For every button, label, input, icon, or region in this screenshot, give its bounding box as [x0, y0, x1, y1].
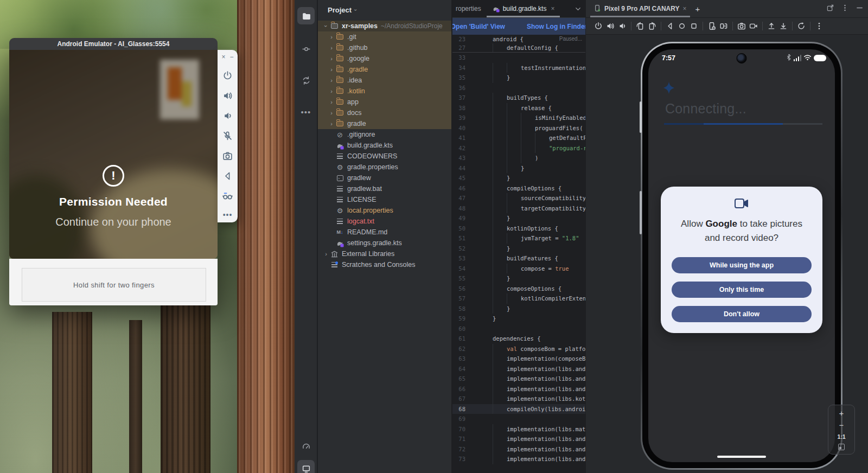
zoom-in-button[interactable]: +	[839, 409, 844, 417]
tree-item--kotlin[interactable]: ›.kotlin	[318, 86, 451, 97]
chevron-icon[interactable]: ›	[328, 44, 335, 51]
download-icon[interactable]	[777, 20, 789, 32]
kebab-menu-icon[interactable]	[841, 4, 849, 14]
restart-icon[interactable]	[795, 20, 807, 32]
add-device-tab-icon[interactable]: +	[695, 4, 700, 14]
editor-area[interactable]: roperties build.gradle.kts × Open 'Build…	[452, 0, 585, 473]
chevron-icon[interactable]: ›	[328, 77, 335, 84]
more-tool-windows-icon[interactable]: •••	[297, 103, 315, 120]
tree-item-scratches-and-consoles[interactable]: Scratches and Consoles	[318, 259, 451, 270]
tree-item-app[interactable]: ›app	[318, 97, 451, 107]
device-tab[interactable]: Pixel 9 Pro API CANARY ×	[590, 0, 690, 17]
phone-screen[interactable]: 7:57 Connecting...	[648, 49, 835, 462]
screenshot-icon[interactable]	[736, 20, 748, 32]
permission-question: Allow Google to take pictures and record…	[681, 217, 802, 245]
toolbar-separator	[792, 22, 793, 30]
tree-item-license[interactable]: LICENSE	[318, 194, 451, 205]
tree-item-docs[interactable]: ›docs	[318, 107, 451, 118]
tab-build-gradle-kts[interactable]: build.gradle.kts ×	[487, 0, 560, 17]
volume-down-icon[interactable]	[616, 20, 628, 32]
screen-record-icon[interactable]	[748, 20, 760, 32]
tree-item-local-properties[interactable]: ⚙local.properties	[318, 205, 451, 216]
permission-button-don-t-allow[interactable]: Don't allow	[672, 306, 812, 322]
project-panel-header[interactable]: Project ›	[318, 0, 451, 20]
chevron-icon[interactable]: ›	[328, 110, 335, 116]
hide-panel-icon[interactable]	[856, 4, 864, 14]
rotate-right-icon[interactable]	[646, 20, 658, 32]
tree-item--idea[interactable]: ›.idea	[318, 75, 451, 86]
tree-item-gradlew-bat[interactable]: gradlew.bat	[318, 183, 451, 194]
tab-list-chevron-icon[interactable]	[574, 5, 582, 15]
project-folder-icon[interactable]	[297, 7, 315, 24]
tree-item-xr-samples[interactable]: ›xr-samples~/AndroidStudioProje	[318, 21, 451, 31]
fold-icon[interactable]	[718, 20, 730, 32]
tree-item--gitignore[interactable]: ⊘.gitignore	[318, 129, 451, 140]
progress-bar	[664, 123, 822, 125]
tree-item--google[interactable]: ›.google	[318, 53, 451, 64]
chevron-icon[interactable]: ›	[322, 251, 330, 257]
permission-button-only-this-time[interactable]: Only this time	[672, 282, 812, 298]
chevron-icon[interactable]: ›	[328, 99, 335, 105]
mic-off-icon[interactable]	[222, 130, 233, 141]
tab-gradle-properties[interactable]: roperties	[452, 0, 487, 17]
close-tab-icon[interactable]: ×	[551, 5, 554, 12]
tree-item-label: gradle.properties	[347, 163, 398, 171]
rotate-left-icon[interactable]	[634, 20, 646, 32]
tree-item--git[interactable]: ›.git	[318, 31, 451, 42]
permission-needed-title: Permission Needed	[59, 195, 168, 208]
tree-item-external-libraries[interactable]: ›External Libraries	[318, 248, 451, 259]
back-icon[interactable]	[222, 170, 233, 181]
line-number: 27	[452, 43, 465, 52]
open-in-window-icon[interactable]	[826, 4, 834, 14]
version-control-icon[interactable]	[297, 72, 315, 89]
show-log-link[interactable]: Show Log in Finder	[527, 23, 585, 30]
device-settings-icon[interactable]	[706, 20, 718, 32]
emulator-screen[interactable]: ! Permission Needed Continue on your pho…	[9, 50, 218, 259]
tree-item--github[interactable]: ›.github	[318, 42, 451, 53]
chevron-icon[interactable]: ›	[323, 22, 329, 30]
tree-item-gradle-properties[interactable]: ⚙gradle.properties	[318, 162, 451, 172]
code-token: sourceCompatibility	[521, 193, 585, 203]
tree-item-build-gradle-kts[interactable]: build.gradle.kts	[318, 140, 451, 151]
chevron-icon[interactable]: ›	[328, 34, 335, 40]
tree-item-codeowners[interactable]: CODEOWNERS	[318, 151, 451, 162]
profiler-icon[interactable]	[297, 437, 315, 455]
home-indicator[interactable]	[717, 456, 766, 458]
chevron-icon[interactable]: ›	[328, 88, 335, 94]
tree-item-gradle[interactable]: ›gradle	[318, 118, 451, 129]
actual-size-button[interactable]: 1:1	[837, 433, 845, 440]
chevron-icon[interactable]: ›	[328, 66, 335, 73]
emulator-title[interactable]: Android Emulator - AI_Glasses:5554	[9, 38, 218, 50]
volume-down-icon[interactable]	[222, 110, 233, 121]
sticky-code-lines: 23android {Paused...27defaultConfig {	[452, 35, 585, 53]
kebab-icon[interactable]	[813, 20, 825, 32]
open-build-view-link[interactable]: Open 'Build' View	[452, 23, 505, 30]
minimize-icon[interactable]: −	[230, 53, 234, 61]
commit-icon[interactable]	[297, 40, 315, 57]
code-lines[interactable]: 3334testInstrumentationR35}3637buildType…	[452, 53, 585, 464]
tree-item-gradlew[interactable]: >_gradlew	[318, 172, 451, 183]
permission-button-while-using-the-app[interactable]: While using the app	[672, 257, 812, 273]
overview-icon[interactable]	[688, 20, 700, 32]
zoom-out-button[interactable]: −	[839, 421, 844, 429]
close-device-tab-icon[interactable]: ×	[682, 5, 686, 12]
more-icon[interactable]: •••	[223, 210, 233, 219]
home-icon[interactable]	[676, 20, 688, 32]
glasses-icon[interactable]	[222, 190, 233, 201]
camera-icon[interactable]	[222, 150, 233, 161]
tree-item-readme-md[interactable]: M↓README.md	[318, 227, 451, 238]
power-icon[interactable]	[592, 20, 604, 32]
upload-icon[interactable]	[765, 20, 777, 32]
back-icon[interactable]	[664, 20, 676, 32]
tree-item-logcat-txt[interactable]: logcat.txt	[318, 216, 451, 227]
running-devices-icon[interactable]	[297, 460, 315, 473]
chevron-icon[interactable]: ›	[328, 55, 335, 62]
power-icon[interactable]	[222, 70, 233, 81]
close-icon[interactable]: ×	[221, 53, 225, 61]
volume-up-icon[interactable]	[222, 90, 233, 101]
tree-item--gradle[interactable]: ›.gradle	[318, 64, 451, 75]
volume-up-icon[interactable]	[604, 20, 616, 32]
fit-to-window-button[interactable]	[838, 444, 845, 450]
chevron-icon[interactable]: ›	[328, 120, 335, 127]
tree-item-settings-gradle-kts[interactable]: settings.gradle.kts	[318, 238, 451, 248]
